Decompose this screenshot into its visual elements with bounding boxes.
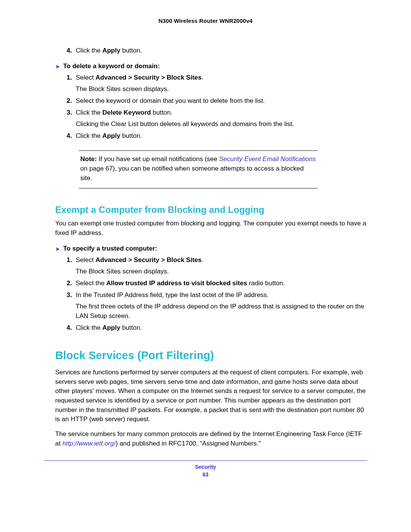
step-text-pre: Click the bbox=[76, 132, 102, 139]
step-text-post: . bbox=[202, 256, 204, 264]
intro-steps: 4. Click the Apply button. bbox=[55, 46, 367, 56]
note-text-part2: on page 67), you can be notified when so… bbox=[80, 165, 304, 182]
step-text-post: button. bbox=[151, 109, 172, 116]
step-item: 3. Click the Delete Keyword button. Clic… bbox=[67, 108, 367, 129]
procedure-heading-delete: ➤ To delete a keyword or domain: bbox=[55, 62, 367, 71]
step-text-post: button. bbox=[120, 47, 142, 54]
page-header-title: N300 Wireless Router WNR2000v4 bbox=[44, 18, 367, 24]
block-services-para1: Services are functions performed by serv… bbox=[55, 368, 367, 424]
step-subtext: The Block Sites screen displays. bbox=[76, 267, 367, 276]
step-item: 4. Click the Apply button. bbox=[67, 131, 367, 141]
step-text-pre: Select the bbox=[76, 280, 106, 287]
para2-post: ) and published in RFC1700, "Assigned Nu… bbox=[116, 440, 261, 447]
note-label: Note: bbox=[80, 155, 97, 163]
step-number: 1. bbox=[67, 73, 72, 83]
link-security-event-email[interactable]: Security Event Email Notifications bbox=[219, 155, 316, 163]
step-text-pre: Click the bbox=[76, 324, 102, 331]
step-text-bold: Advanced > Security > Block Sites bbox=[96, 74, 202, 81]
step-number: 2. bbox=[67, 279, 72, 288]
note-text-part1: If you have set up email notifications (… bbox=[99, 155, 219, 163]
step-item: 4. Click the Apply button. bbox=[67, 323, 367, 333]
content-body: 4. Click the Apply button. ➤ To delete a… bbox=[44, 46, 367, 448]
step-item: 2. Select the Allow trusted IP address t… bbox=[67, 279, 367, 288]
step-subtext: The first three octets of the IP address… bbox=[76, 302, 367, 321]
step-text: Select the keyword or domain that you wa… bbox=[76, 97, 265, 104]
step-subtext: Clicking the Clear List button deletes a… bbox=[76, 120, 367, 129]
chevron-right-icon: ➤ bbox=[55, 62, 60, 71]
step-subtext: The Block Sites screen displays. bbox=[76, 85, 367, 94]
heading-block-services: Block Services (Port Filtering) bbox=[55, 349, 367, 362]
step-text-pre: Select bbox=[76, 256, 96, 264]
step-item: 4. Click the Apply button. bbox=[67, 46, 367, 56]
step-item: 2. Select the keyword or domain that you… bbox=[67, 96, 367, 106]
step-text: In the Trusted IP Address field, type th… bbox=[76, 291, 269, 299]
step-text-post: button. bbox=[120, 132, 142, 139]
note-block: Note: If you have set up email notificat… bbox=[79, 150, 318, 189]
delete-steps: 1. Select Advanced > Security > Block Si… bbox=[55, 73, 367, 141]
procedure-heading-trusted: ➤ To specify a trusted computer: bbox=[55, 245, 367, 253]
step-text-pre: Click the bbox=[76, 47, 102, 54]
step-text-pre: Click the bbox=[76, 109, 102, 116]
step-text-bold: Advanced > Security > Block Sites bbox=[96, 256, 202, 264]
step-number: 4. bbox=[67, 323, 72, 333]
footer-divider bbox=[44, 460, 367, 461]
step-number: 2. bbox=[67, 96, 72, 106]
step-text-bold: Apply bbox=[102, 47, 120, 54]
page: N300 Wireless Router WNR2000v4 4. Click … bbox=[0, 0, 411, 532]
step-number: 1. bbox=[67, 256, 72, 265]
step-number: 3. bbox=[67, 108, 72, 118]
step-item: 1. Select Advanced > Security > Block Si… bbox=[67, 256, 367, 276]
chevron-right-icon: ➤ bbox=[55, 245, 60, 253]
step-text-bold: Apply bbox=[102, 324, 120, 331]
trusted-steps: 1. Select Advanced > Security > Block Si… bbox=[55, 256, 367, 332]
step-number: 4. bbox=[67, 131, 72, 141]
step-item: 3. In the Trusted IP Address field, type… bbox=[67, 291, 367, 321]
step-text-post: radio button. bbox=[247, 280, 285, 287]
heading-exempt-computer: Exempt a Computer from Blocking and Logg… bbox=[55, 204, 367, 215]
step-text-pre: Select bbox=[76, 74, 96, 81]
step-text-post: . bbox=[202, 74, 204, 81]
link-ietf-url[interactable]: http://www.ietf.org/ bbox=[62, 440, 116, 447]
step-number: 3. bbox=[67, 291, 72, 300]
step-text-post: button. bbox=[120, 324, 142, 331]
note-body: Note: If you have set up email notificat… bbox=[80, 155, 316, 183]
footer-section-name: Security bbox=[44, 464, 367, 470]
step-item: 1. Select Advanced > Security > Block Si… bbox=[67, 73, 367, 94]
step-text-bold: Allow trusted IP address to visit blocke… bbox=[106, 280, 247, 287]
page-footer: Security 63 bbox=[44, 464, 367, 478]
exempt-intro: You can exempt one trusted computer from… bbox=[55, 219, 367, 238]
footer-page-number: 63 bbox=[202, 471, 209, 478]
procedure-label: To specify a trusted computer: bbox=[63, 245, 157, 252]
procedure-label: To delete a keyword or domain: bbox=[63, 62, 160, 70]
step-text-bold: Delete Keyword bbox=[102, 109, 151, 116]
block-services-para2: The service numbers for many common prot… bbox=[55, 430, 367, 448]
step-number: 4. bbox=[67, 46, 72, 56]
step-text-bold: Apply bbox=[102, 132, 120, 139]
